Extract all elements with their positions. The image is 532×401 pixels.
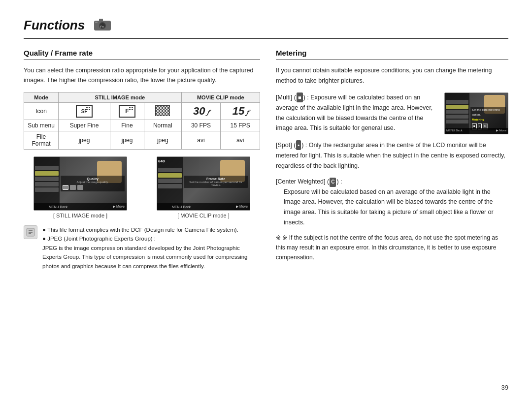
- still-screenshot: Quality Adjust the image quality. MENU B…: [24, 156, 137, 218]
- still-back-label: MENU Back: [36, 205, 80, 209]
- movie-caption: [ MOVIE CLIP mode ]: [147, 213, 260, 218]
- spot-icon: •: [296, 140, 301, 150]
- ms-row-2: [446, 105, 468, 109]
- menu-row-1: [35, 166, 59, 170]
- svg-rect-4: [95, 22, 98, 23]
- movie-row-1: [158, 168, 182, 172]
- submenu-label: Sub menu: [24, 120, 59, 131]
- metering-note: ※ ※ If the subject is not the centre of …: [276, 233, 508, 262]
- page-header: Functions Fn: [24, 18, 508, 39]
- movie-menu-rows: [158, 168, 182, 189]
- center-label-end: ) :: [336, 178, 342, 185]
- note-1: ● This file format complies with the DCF…: [42, 225, 260, 234]
- submenu-15fps: 15 FPS: [221, 120, 260, 131]
- movie-screenshot: 640 Frame Rate Set the number of fr: [147, 156, 260, 218]
- ms-rows: [446, 100, 468, 124]
- still-screen-image: Quality Adjust the image quality. MENU B…: [33, 156, 127, 211]
- metering-screen: Set the light metering option. Metering …: [444, 93, 508, 134]
- metering-center: [Center Weighted] (C) : Exposure will be…: [276, 177, 508, 227]
- submenu-f: Fine: [110, 120, 144, 131]
- menu-row-4: [35, 182, 59, 186]
- notes-section: ● This file format complies with the DCF…: [24, 225, 260, 271]
- mode-table: Mode STILL IMAGE mode MOVIE CLIP mode Ic…: [24, 92, 260, 150]
- fileformat-n: jpeg: [144, 131, 181, 150]
- metering-multi: [Multi] (■) : Exposure will be calculate…: [276, 93, 508, 134]
- sf-icon: SF: [76, 105, 93, 118]
- icon-n: [144, 103, 181, 120]
- ms-row-3: [446, 110, 468, 114]
- multi-label: [Multi] (: [276, 94, 296, 101]
- icon-sf: SF: [59, 103, 110, 120]
- icon-label: Icon: [24, 103, 59, 120]
- page-title: Functions Fn: [24, 18, 112, 35]
- notes-text: ● This file format complies with the DCF…: [42, 225, 260, 271]
- note-icon: [24, 225, 37, 239]
- icon-15fps: 15 𝑓: [221, 103, 260, 120]
- movie-bottom-bar: MENU Back ▶ Move: [157, 203, 250, 210]
- fileformat-30fps: avi: [181, 131, 221, 150]
- col-still: STILL IMAGE mode: [59, 93, 182, 103]
- table-icon-row: Icon SF F: [24, 103, 260, 120]
- main-content: Quality / Frame rate You can select the …: [24, 49, 508, 271]
- svg-rect-3: [99, 19, 103, 21]
- ms-back: MENU Back: [446, 128, 463, 133]
- n-icon: [155, 105, 170, 118]
- menu-row-2: [35, 171, 59, 176]
- f-icon: F: [119, 105, 135, 118]
- screenshots-row: Quality Adjust the image quality. MENU B…: [24, 156, 260, 218]
- spot-label-end: ) : Only the rectangular area in the cen…: [276, 142, 505, 169]
- metering-multi-header: [Multi] (■) : Exposure will be calculate…: [276, 93, 508, 134]
- submenu-30fps: 30 FPS: [181, 120, 221, 131]
- col-mode: Mode: [24, 93, 59, 103]
- fps-15-icon: 15: [233, 105, 244, 117]
- still-move-label: ▶ Move: [80, 205, 125, 209]
- icon-30fps: 30 𝑓: [181, 103, 221, 120]
- movie-row-3: [158, 179, 182, 183]
- ms-bottom: MENU Back ▶ Move: [445, 128, 508, 134]
- fileformat-label: FileFormat: [24, 131, 59, 150]
- page-number: 39: [501, 384, 508, 391]
- still-caption: [ STILL IMAGE mode ]: [24, 213, 137, 218]
- col-movie: MOVIE CLIP mode: [181, 93, 260, 103]
- menu-row-5: [35, 187, 59, 192]
- multi-icon: ■: [297, 93, 303, 102]
- still-menu-overlay: Quality Adjust the image quality.: [61, 176, 125, 191]
- submenu-n: Normal: [144, 120, 181, 131]
- still-menu-panel: [34, 157, 60, 210]
- table-header-row: Mode STILL IMAGE mode MOVIE CLIP mode: [24, 93, 260, 103]
- still-menu-rows: [35, 166, 59, 193]
- submenu-sf: Super Fine: [59, 120, 110, 131]
- svg-text:Fn: Fn: [100, 25, 104, 28]
- menu-row-3: [35, 177, 59, 181]
- movie-row-2: [158, 173, 182, 178]
- center-description: Exposure will be calculated based on an …: [276, 187, 508, 228]
- movie-menu-panel: 640: [157, 157, 183, 210]
- movie-move-label: ▶ Move: [203, 205, 248, 209]
- metering-multi-text: [Multi] (■) : Exposure will be calculate…: [276, 93, 440, 133]
- icon-f: F: [110, 103, 144, 120]
- movie-row-4: [158, 184, 182, 188]
- table-fileformat-row: FileFormat jpeg jpeg jpeg avi avi: [24, 131, 260, 150]
- left-column: Quality / Frame rate You can select the …: [24, 49, 260, 271]
- fileformat-sf: jpeg: [59, 131, 110, 150]
- fps-30-icon: 30: [193, 105, 205, 117]
- camera-icon: Fn: [93, 18, 112, 35]
- right-column: Metering If you cannot obtain suitable e…: [276, 49, 508, 271]
- ms-row-5: [446, 120, 468, 123]
- table-submenu-row: Sub menu Super Fine Fine Normal 30 FPS 1…: [24, 120, 260, 131]
- ms-row-4: [446, 115, 468, 119]
- center-label: [Center Weighted] (: [276, 178, 329, 185]
- note-symbol: ※: [276, 234, 282, 241]
- note-text: ※ If the subject is not the centre of th…: [276, 234, 498, 261]
- ms-row-1: [446, 100, 468, 104]
- movie-back-label: MENU Back: [159, 205, 203, 209]
- movie-menu-overlay: Frame Rate Set the number of frames per …: [184, 176, 248, 188]
- page-container: Functions Fn Quality / Frame rate You ca…: [0, 0, 532, 401]
- center-icon: C: [330, 178, 336, 187]
- spot-label: [Spot] (: [276, 142, 296, 149]
- metering-intro: If you cannot obtain suitable exposure c…: [276, 65, 508, 86]
- movie-screen-image: 640 Frame Rate Set the number of fr: [157, 156, 250, 211]
- metering-spot: [Spot] (•) : Only the rectangular area i…: [276, 140, 508, 171]
- still-bottom-bar: MENU Back ▶ Move: [34, 203, 127, 210]
- note-2: ● JPEG (Joint Photographic Experts Group…: [42, 234, 260, 271]
